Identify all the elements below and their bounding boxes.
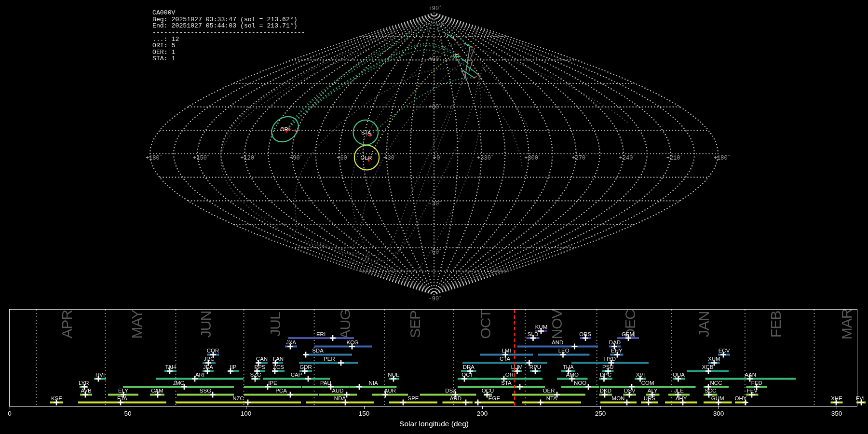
svg-text:APR: APR [59,310,75,339]
svg-text:JUL: JUL [267,312,283,337]
svg-text:XCB: XCB [702,364,714,370]
svg-text:NTA: NTA [546,395,557,401]
svg-text:SLD: SLD [528,331,538,337]
svg-text:KCG: KCG [347,339,359,345]
svg-text:GEM: GEM [622,331,634,337]
svg-text:NDA: NDA [334,395,346,401]
svg-text:FEV: FEV [747,388,758,393]
svg-text:EHY: EHY [611,348,623,353]
svg-text:XUM: XUM [708,356,720,362]
svg-text:IIP: IIP [230,364,236,370]
svg-text:STA: STA [501,380,512,386]
svg-text:ALY: ALY [648,388,658,393]
svg-text:JAN: JAN [696,312,712,338]
svg-text:ELY: ELY [118,388,128,393]
svg-text:NOV: NOV [549,309,565,339]
svg-text:CAM: CAM [151,388,163,393]
svg-text:SDA: SDA [312,348,324,353]
svg-text:AUG: AUG [337,309,353,339]
svg-text:ARI: ARI [195,372,204,378]
svg-text:LEO: LEO [558,348,570,353]
svg-text:ERI: ERI [316,331,326,337]
svg-text:LYR: LYR [79,380,89,386]
svg-text:ARD: ARD [450,395,461,401]
svg-text:PPS: PPS [254,364,265,370]
svg-text:SPE: SPE [407,395,419,401]
svg-text:NIA: NIA [369,380,379,386]
svg-text:OCT: OCT [477,310,493,339]
svg-text:NZC: NZC [232,395,244,401]
svg-text:TAH: TAH [165,364,176,370]
svg-text:OER: OER [361,155,372,161]
svg-text:RPU: RPU [529,364,541,370]
svg-text:THA: THA [563,364,574,370]
svg-text:SCC: SCC [705,388,716,393]
svg-text:150: 150 [359,410,370,417]
svg-text:MAR: MAR [839,309,854,339]
svg-text:AUD: AUD [332,388,343,393]
svg-text:OHY: OHY [735,395,747,401]
svg-text:Solar longitude (deg): Solar longitude (deg) [399,420,469,428]
svg-text:AMO: AMO [566,372,579,378]
svg-text:OCT: OCT [461,372,473,378]
svg-text:PAU: PAU [320,380,331,386]
svg-text:PCA: PCA [275,388,287,393]
svg-text:JLE: JLE [674,388,684,393]
svg-text:XVI: XVI [636,372,645,378]
svg-text:SZC: SZC [250,372,261,378]
svg-text:CTA: CTA [500,356,510,362]
svg-text:NUE: NUE [388,372,400,378]
svg-text:IPE: IPE [268,380,277,386]
svg-text:------------------------------: ---------------------------------------- [152,29,305,36]
svg-text:COM: COM [641,380,654,386]
svg-text:XHE: XHE [831,395,842,401]
svg-text:URS: URS [644,395,656,401]
svg-text:COR: COR [207,348,219,353]
svg-text:OCU: OCU [482,388,494,393]
svg-text:EGE: EGE [488,395,501,401]
svg-text:AND: AND [552,339,563,345]
svg-text:FAN: FAN [273,356,284,362]
svg-text:FED: FED [751,380,762,386]
svg-text:KUM: KUM [535,324,548,330]
svg-text:SEP: SEP [407,311,423,338]
svg-text:JMC: JMC [173,380,184,386]
svg-text:DRA: DRA [463,364,475,370]
svg-text:ORS: ORS [579,331,591,337]
svg-text:DKD: DKD [600,388,611,393]
svg-text:JEA: JEA [203,364,213,370]
svg-text:DSV: DSV [624,388,636,393]
svg-text:MON: MON [612,395,625,401]
svg-text:LMI: LMI [502,348,511,353]
svg-text:QUA: QUA [673,372,685,378]
svg-text:ECV: ECV [719,348,730,353]
svg-text:SSG: SSG [200,388,211,393]
svg-text:JRC: JRC [203,356,214,362]
svg-text:350: 350 [831,410,842,417]
svg-text:CAN: CAN [256,356,268,362]
svg-text:PER: PER [324,356,335,362]
svg-text:300: 300 [713,410,724,417]
svg-text:100: 100 [241,410,252,417]
svg-text:ORI: ORI [280,126,290,132]
svg-text:GDR: GDR [299,364,312,370]
svg-text:KSE: KSE [51,395,62,401]
svg-text:JUN: JUN [198,311,214,338]
svg-text:250: 250 [595,410,606,417]
svg-text:JXA: JXA [286,339,296,345]
svg-text:NCC: NCC [710,380,722,386]
svg-text:DPC: DPC [600,372,611,378]
svg-text:ZCS: ZCS [273,364,284,370]
svg-text:AAN: AAN [745,372,756,378]
svg-text:FEB: FEB [768,311,784,338]
svg-text:CAP: CAP [291,372,302,378]
svg-text:GUM: GUM [711,395,724,401]
svg-text:OER: OER [543,388,555,393]
svg-text:FTA: FTA [117,395,127,401]
svg-text:50: 50 [124,410,131,417]
svg-text:NOO: NOO [574,380,586,386]
svg-text:STA: STA [361,130,371,136]
svg-text:STA: 1: STA: 1 [152,55,176,62]
svg-text:HYD: HYD [604,356,616,362]
svg-text:AUR: AUR [384,388,396,393]
